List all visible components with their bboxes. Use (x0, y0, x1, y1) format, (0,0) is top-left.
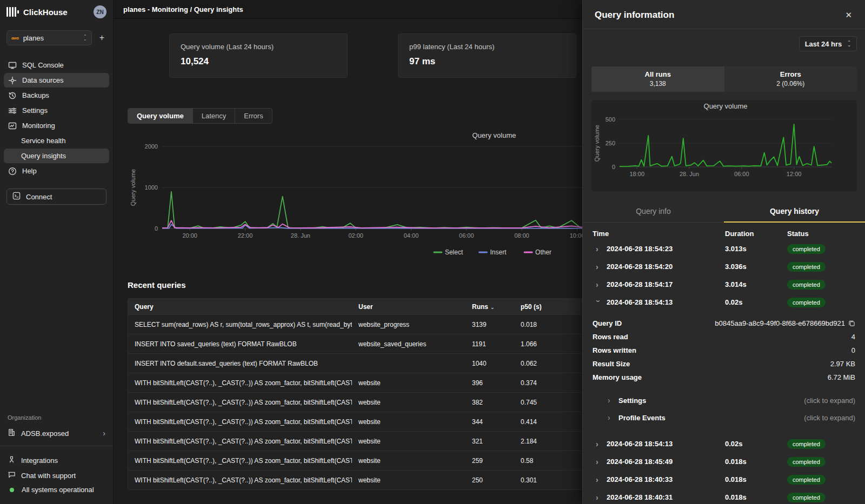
copy-icon[interactable] (848, 320, 855, 327)
query-information-panel: Query information ✕ Last 24 hrs ⌃⌄ All r… (582, 0, 865, 504)
errors-count: 2 (0.06%) (724, 80, 857, 88)
close-icon[interactable]: ✕ (843, 9, 854, 21)
svg-text:06:00: 06:00 (459, 232, 474, 239)
sidebar-item-monitoring[interactable]: Monitoring (4, 118, 109, 133)
history-row[interactable]: ›2024-06-28 18:54:20 3.036s completed (593, 258, 855, 275)
run-duration: 0.02s (725, 298, 787, 306)
query-cell: WITH bitShiftLeft(CAST(?..), _CAST(?..))… (128, 379, 352, 387)
col-user[interactable]: User (352, 303, 465, 311)
time-range-select[interactable]: Last 24 hrs ⌃⌄ (799, 36, 857, 51)
svg-text:Query volume: Query volume (594, 125, 600, 162)
sidebar-item-service-health[interactable]: Service health (4, 133, 109, 148)
summary-tabs: All runs 3,138 Errors 2 (0.06%) (591, 66, 857, 92)
tab-errors[interactable]: Errors (235, 109, 271, 123)
run-time: 2024-06-28 18:40:33 (607, 475, 673, 483)
chevron-right-icon[interactable]: › (596, 245, 601, 253)
runs-cell: 396 (465, 379, 514, 387)
svg-text:04:00: 04:00 (404, 232, 419, 239)
status-badge: completed (787, 262, 826, 272)
p50-cell: 0.58 (514, 457, 574, 465)
run-duration: 0.02s (725, 440, 787, 448)
chevron-right-icon[interactable]: › (596, 493, 601, 502)
svg-text:Query volume: Query volume (130, 169, 136, 206)
chevron-right-icon[interactable]: › (594, 300, 603, 305)
svg-text:20:00: 20:00 (182, 232, 197, 239)
query-volume-value: 10,524 (181, 56, 336, 67)
tab-query-history[interactable]: Query history (724, 201, 865, 223)
tab-query-volume[interactable]: Query volume (128, 109, 193, 123)
chevron-updown-icon: ⌃⌄ (83, 35, 87, 41)
status-badge: completed (787, 457, 826, 467)
runs-cell: 321 (465, 438, 514, 445)
p50-cell: 0.745 (514, 399, 574, 406)
tab-errors-summary[interactable]: Errors 2 (0.06%) (724, 66, 857, 92)
system-status-item[interactable]: All systems operational (0, 483, 113, 496)
chevron-right-icon: › (103, 429, 105, 438)
runs-cell: 1191 (465, 340, 514, 348)
all-runs-count: 3,138 (591, 80, 724, 88)
status-badge: completed (787, 475, 826, 485)
svg-text:Query volume: Query volume (704, 102, 748, 110)
col-query[interactable]: Query (128, 303, 352, 311)
detail-value: 4 (851, 333, 855, 341)
run-duration: 0.018s (725, 458, 787, 466)
tab-all-runs[interactable]: All runs 3,138 (591, 66, 724, 92)
panel-title: Query information (595, 10, 843, 21)
svg-text:1000: 1000 (145, 184, 158, 191)
chevron-right-icon[interactable]: › (596, 263, 601, 271)
sidebar-item-help[interactable]: Help (4, 164, 109, 178)
connect-button[interactable]: Connect (6, 189, 107, 205)
sidebar-item-sql-console[interactable]: SQL Console (4, 58, 109, 72)
detail-row: Rows written 0 (593, 344, 855, 357)
chevron-right-icon[interactable]: › (596, 440, 601, 448)
run-time: 2024-06-28 18:54:23 (607, 245, 673, 253)
tab-latency[interactable]: Latency (193, 109, 236, 123)
status-dot-icon (10, 488, 14, 492)
svg-text:0: 0 (612, 164, 615, 170)
chevron-right-icon[interactable]: › (596, 280, 601, 289)
organization-item[interactable]: ADSB.exposed › (0, 426, 113, 446)
workspace-select[interactable]: aws planes ⌃⌄ (6, 30, 92, 45)
panel-query-volume-chart: 025050018:0028. Jun06:0012:00Query volum… (591, 100, 857, 192)
integrations-item[interactable]: Integrations (0, 453, 113, 468)
sidebar-nav: SQL Console Data sources Backups Setting… (0, 57, 113, 179)
col-p50[interactable]: p50 (s) (514, 303, 574, 311)
brand-name: ClickHouse (23, 8, 94, 17)
chat-support-item[interactable]: Chat with support (0, 468, 113, 483)
status-badge: completed (787, 493, 826, 502)
sidebar-item-backups[interactable]: Backups (4, 88, 109, 103)
organization-icon (8, 428, 16, 438)
run-time: 2024-06-28 18:54:20 (607, 263, 673, 271)
sidebar-item-data-sources[interactable]: Data sources (4, 73, 109, 88)
history-row[interactable]: ›2024-06-28 18:54:13 0.02s completed (593, 435, 855, 453)
history-row[interactable]: ›2024-06-28 18:40:33 0.018s completed (593, 471, 855, 488)
add-service-button[interactable]: + (97, 33, 107, 43)
chevron-right-icon[interactable]: › (596, 475, 601, 484)
sidebar-item-settings[interactable]: Settings (4, 103, 109, 118)
run-duration: 3.013s (725, 245, 787, 253)
query-cell: WITH bitShiftLeft(CAST(?..), _CAST(?..))… (128, 418, 352, 426)
query-cell: WITH bitShiftLeft(CAST(?..), _CAST(?..))… (128, 457, 352, 465)
history-row[interactable]: ›2024-06-28 18:45:49 0.018s completed (593, 453, 855, 471)
svg-text:500: 500 (606, 116, 615, 123)
svg-text:Insert: Insert (490, 248, 507, 256)
brand-row: ClickHouse ZN (0, 0, 113, 22)
help-icon (8, 167, 17, 176)
tab-query-info[interactable]: Query info (583, 201, 724, 223)
user-cell: website (352, 418, 465, 426)
history-row[interactable]: ›2024-06-28 18:54:13 0.02s completed (593, 293, 855, 311)
p50-cell: 0.374 (514, 379, 574, 387)
history-row[interactable]: ›2024-06-28 18:54:17 3.014s completed (593, 275, 855, 293)
user-avatar[interactable]: ZN (94, 5, 107, 18)
history-row[interactable]: ›2024-06-28 18:40:31 0.018s completed (593, 488, 855, 504)
history-row[interactable]: ›2024-06-28 18:54:23 3.013s completed (593, 240, 855, 258)
integrations-icon (8, 455, 16, 465)
expandable-section[interactable]: › Settings (click to expand) (593, 392, 855, 409)
expandable-section[interactable]: › Profile Events (click to expand) (593, 409, 855, 426)
col-runs[interactable]: Runs⌄ (465, 303, 514, 311)
chevron-right-icon: › (608, 413, 613, 422)
sidebar-item-query-insights[interactable]: Query insights (4, 149, 109, 163)
expandable-label: Settings (618, 397, 646, 405)
chevron-right-icon[interactable]: › (596, 458, 601, 466)
user-cell: website_progress (352, 321, 465, 328)
